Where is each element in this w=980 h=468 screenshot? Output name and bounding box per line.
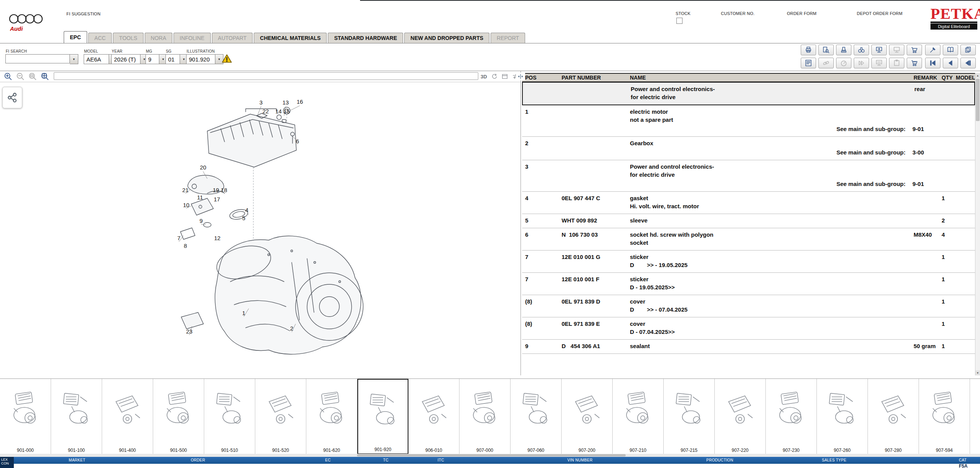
nav-first-button[interactable] bbox=[925, 58, 940, 68]
callout-7[interactable]: 7 bbox=[177, 235, 180, 241]
link-disabled-button[interactable] bbox=[818, 58, 834, 68]
panel-splitter[interactable] bbox=[516, 73, 525, 80]
zoom-fit-button[interactable] bbox=[39, 71, 50, 81]
monitor2-disabled-button[interactable] bbox=[871, 58, 887, 68]
fi-search-dropdown-button[interactable] bbox=[70, 54, 78, 64]
open-book-button[interactable] bbox=[943, 45, 958, 55]
thumbnail-907-000[interactable]: 907-000 bbox=[459, 379, 511, 454]
thumbnail-901-100[interactable]: 901-100 bbox=[51, 379, 102, 454]
zoom-document-button[interactable] bbox=[818, 45, 834, 55]
tab-standard-hardware[interactable]: STANDARD HARDWARE bbox=[328, 33, 403, 43]
thumbnail-907-280[interactable]: 907-280 bbox=[868, 379, 919, 454]
zoom-out-button[interactable] bbox=[15, 71, 26, 81]
scrollbar-thumb[interactable] bbox=[976, 79, 980, 121]
thumbnail-907-200[interactable]: 907-200 bbox=[562, 379, 613, 454]
viewer-toolbar-input[interactable] bbox=[54, 72, 478, 80]
callout-2[interactable]: 2 bbox=[290, 325, 293, 332]
illustration-select[interactable]: 901.920 bbox=[186, 54, 223, 64]
binoculars-button[interactable] bbox=[854, 45, 869, 55]
mg-select[interactable]: 9 bbox=[145, 54, 167, 64]
callout-5[interactable]: 5 bbox=[242, 215, 245, 221]
part-row[interactable]: 3Power and control electronics- for elec… bbox=[522, 160, 975, 192]
fi-search-input[interactable] bbox=[5, 54, 70, 63]
callout-3[interactable]: 3 bbox=[259, 99, 263, 106]
zoom-window-button[interactable] bbox=[27, 71, 38, 81]
illustration-canvas[interactable]: 3221314 15166202119 1817111045912781223 bbox=[0, 82, 521, 375]
thumbnail-scrollbar-thumb[interactable] bbox=[357, 454, 626, 456]
callout-13[interactable]: 13 bbox=[283, 99, 289, 106]
thumbnail-scrollbar[interactable] bbox=[0, 454, 980, 457]
table-scrollbar[interactable]: ▲ ▼ bbox=[975, 73, 980, 375]
callout-1[interactable]: 1 bbox=[242, 310, 245, 316]
depot-order-form-label[interactable]: DEPOT ORDER FORM bbox=[857, 11, 902, 16]
tab-nora[interactable]: NORA bbox=[145, 33, 172, 43]
part-row[interactable]: 9D 454 306 A1sealant50 gram1 bbox=[522, 340, 975, 354]
rotate-button[interactable] bbox=[490, 72, 499, 81]
zoom-in-button[interactable] bbox=[2, 71, 13, 81]
callout-9[interactable]: 9 bbox=[200, 217, 203, 224]
part-row[interactable]: 6N 106 730 03socket hd. screw with polyg… bbox=[522, 228, 975, 251]
order-form-label[interactable]: ORDER FORM bbox=[787, 11, 816, 16]
tab-acc[interactable]: ACC bbox=[88, 33, 112, 43]
part-row[interactable]: (8)0EL 971 839 Ecover D - 07.04.2025>>1 bbox=[522, 317, 975, 340]
window-button[interactable] bbox=[500, 72, 509, 81]
thumbnail-901-500[interactable]: 901-500 bbox=[153, 379, 204, 454]
cart-view-button[interactable] bbox=[907, 45, 922, 55]
sg-select[interactable]: 01 bbox=[165, 54, 188, 64]
forward-disabled-button[interactable] bbox=[854, 58, 869, 68]
callout-19-18[interactable]: 19 18 bbox=[213, 187, 227, 193]
copy-pages-button[interactable] bbox=[960, 45, 976, 55]
stock-checkbox[interactable] bbox=[676, 18, 683, 24]
tab-epc[interactable]: EPC bbox=[64, 31, 87, 43]
part-row[interactable]: 1electric motor not a spare partSee main… bbox=[522, 105, 975, 137]
clipboard-disabled-button[interactable] bbox=[889, 58, 904, 68]
callout-16[interactable]: 16 bbox=[297, 98, 303, 105]
monitor-export-button[interactable] bbox=[871, 45, 887, 55]
callout-8[interactable]: 8 bbox=[184, 242, 187, 249]
part-row[interactable]: 5WHT 009 892sleeve2 bbox=[522, 214, 975, 228]
monitor-disabled-button[interactable] bbox=[889, 45, 904, 55]
part-row[interactable]: 40EL 907 447 Cgasket Hi. volt. wire, tra… bbox=[522, 192, 975, 214]
part-row[interactable]: 712E 010 001 Fsticker D - 19.05.2025>>1 bbox=[522, 273, 975, 295]
callout-4[interactable]: 4 bbox=[245, 207, 248, 213]
callout-10[interactable]: 10 bbox=[183, 202, 190, 208]
nav-prev-button[interactable] bbox=[943, 58, 958, 68]
form-list-button[interactable] bbox=[801, 58, 816, 68]
callout-20[interactable]: 20 bbox=[200, 164, 207, 171]
thumbnail-901-000[interactable]: 901-000 bbox=[0, 379, 51, 454]
thumbnail-907-220[interactable]: 907-220 bbox=[715, 379, 766, 454]
scroll-down-icon[interactable]: ▼ bbox=[975, 370, 980, 375]
thumbnail-901-520[interactable]: 901-520 bbox=[255, 379, 306, 454]
tab-infoline[interactable]: INFOLINE bbox=[174, 33, 211, 43]
thumbnail-907-260[interactable]: 907-260 bbox=[817, 379, 868, 454]
callout-23[interactable]: 23 bbox=[186, 328, 193, 335]
thumbnail-907-594[interactable]: 907-594 bbox=[919, 379, 970, 454]
printer-button[interactable] bbox=[801, 45, 816, 55]
thumbnail-907-060[interactable]: 907-060 bbox=[511, 379, 562, 454]
stamp-button[interactable] bbox=[836, 45, 851, 55]
tab-autopart[interactable]: AUTOPART bbox=[212, 33, 253, 43]
callout-21[interactable]: 21 bbox=[182, 187, 189, 193]
viewer-table-divider[interactable] bbox=[521, 71, 521, 375]
part-row[interactable]: Power and control electronics- for elect… bbox=[522, 82, 975, 105]
thumbnail-901-400[interactable]: 901-400 bbox=[102, 379, 153, 454]
callout-11[interactable]: 11 bbox=[197, 194, 203, 201]
gauge-disabled-button[interactable] bbox=[836, 58, 851, 68]
part-row[interactable]: (8)0EL 971 839 Dcover D >> - 07.04.20251 bbox=[522, 295, 975, 317]
thumbnail-901-920[interactable]: 901-920 bbox=[357, 379, 408, 454]
dart-pin-button[interactable] bbox=[925, 45, 940, 55]
callout-17[interactable]: 17 bbox=[214, 196, 220, 202]
callout-22[interactable]: 22 bbox=[263, 108, 269, 115]
callout-14-15[interactable]: 14 15 bbox=[275, 108, 290, 115]
scroll-up-icon[interactable]: ▲ bbox=[975, 73, 980, 78]
thumbnail-907-210[interactable]: 907-210 bbox=[613, 379, 664, 454]
callout-12[interactable]: 12 bbox=[214, 235, 221, 241]
part-row[interactable]: 2GearboxSee main and sub-group:3-00 bbox=[522, 137, 975, 160]
thumbnail-907-230[interactable]: 907-230 bbox=[766, 379, 817, 454]
thumbnail-906-010[interactable]: 906-010 bbox=[408, 379, 459, 454]
cart-button[interactable] bbox=[907, 58, 922, 68]
thumbnail-901-510[interactable]: 901-510 bbox=[204, 379, 255, 454]
mode-3d-label[interactable]: 3D bbox=[481, 74, 487, 80]
year-select[interactable]: 2026 (T) bbox=[111, 54, 149, 64]
tab-tools[interactable]: TOOLS bbox=[113, 33, 143, 43]
